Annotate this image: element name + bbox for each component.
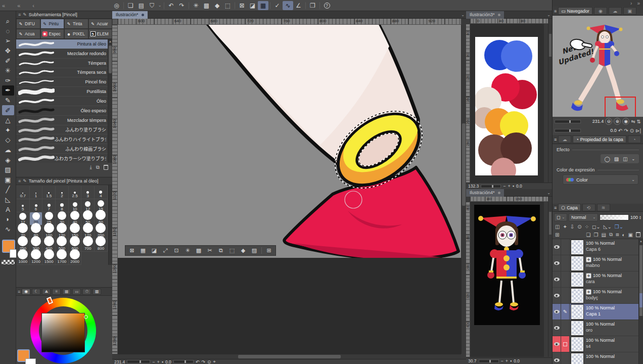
rotate-left-icon[interactable]: ↶ xyxy=(196,359,200,364)
brush-size-cell[interactable]: 1.5 xyxy=(42,186,56,199)
zoom-in-button[interactable]: + xyxy=(508,184,511,189)
collapse-chevron-icon[interactable]: ‹ xyxy=(32,3,34,9)
redo-icon[interactable]: ↷ xyxy=(176,1,187,10)
extract-line-icon[interactable]: ◫ xyxy=(623,156,627,162)
snap-grid-icon[interactable]: ∠ xyxy=(293,1,304,10)
merge-layer-icon[interactable]: ⧈ xyxy=(616,232,619,238)
tab-search[interactable]: ◔ xyxy=(628,135,641,143)
brush-size-cell[interactable]: 1200 xyxy=(30,252,43,265)
fit-to-screen-button[interactable]: ◉ xyxy=(622,118,629,125)
duplicate-subtool-icon[interactable]: ⧉ xyxy=(96,164,100,170)
subtool-tab-acuarela[interactable]: Acuar xyxy=(88,19,113,29)
navigator-zoom-slider[interactable] xyxy=(555,120,581,123)
figure-tool[interactable]: ◺ xyxy=(2,195,14,205)
crop-icon[interactable]: ⬚ xyxy=(226,246,238,255)
new-vector-layer-icon[interactable]: ❐ xyxy=(594,232,599,238)
airbrush-tool[interactable]: △ xyxy=(2,115,14,125)
zoom-out-button[interactable]: − xyxy=(152,359,155,364)
canvas-tab-ilustracion3[interactable]: Ilustración3* xyxy=(466,11,504,19)
sv-cursor[interactable] xyxy=(84,315,88,319)
brush-item[interactable]: ふんわりハイライトブラシ xyxy=(16,134,112,144)
layer-visibility-toggle[interactable] xyxy=(553,336,561,352)
layer-visibility-toggle[interactable] xyxy=(553,239,561,255)
navigator-rotation-slider[interactable] xyxy=(555,129,581,132)
scale-rotate-icon[interactable]: ⤢ xyxy=(160,246,171,255)
layer-edit-column[interactable]: ✎ xyxy=(561,239,570,255)
layer-thumbnail[interactable] xyxy=(571,289,583,303)
zoom-out-button[interactable]: − xyxy=(501,358,503,363)
new-tone-icon[interactable]: ▨ xyxy=(249,246,260,255)
brush-size-cell[interactable]: 1500 xyxy=(42,252,56,265)
color-slider-tab[interactable]: ☾ xyxy=(32,289,40,295)
mixing-palette-tab[interactable]: ⚏ xyxy=(72,289,81,295)
lock-transparency-icon[interactable]: ✦ xyxy=(563,224,567,230)
object-tool[interactable]: ➢ xyxy=(2,36,14,46)
layer-edit-column[interactable]: ✎ xyxy=(561,352,570,364)
canvas-vertical-scrollbar[interactable] xyxy=(461,25,466,354)
undo-icon[interactable]: ↶ xyxy=(166,1,176,10)
tab-item[interactable]: ▣ xyxy=(623,7,636,15)
brush-size-cell[interactable]: 2000 xyxy=(69,252,82,265)
anchor-icon[interactable]: ⇩ xyxy=(570,224,574,230)
layer-visibility-toggle[interactable] xyxy=(553,288,561,303)
palette-color-combo-icon[interactable]: ❒⌄ xyxy=(615,224,623,230)
eyedropper-tool[interactable]: ✑ xyxy=(2,76,14,86)
copy-paste-icon[interactable]: ⧉ xyxy=(215,246,226,255)
zoom-in-button[interactable]: + xyxy=(506,358,508,363)
selection-pen-tool[interactable]: ✐ xyxy=(2,56,14,66)
brush-item[interactable]: ふんわり線画ブラシ xyxy=(16,144,112,154)
layer-thumbnail[interactable] xyxy=(571,353,583,364)
expand-panel-icon[interactable]: » xyxy=(637,1,640,6)
brush-item[interactable]: Pintura al óleo xyxy=(16,39,112,49)
zoom-slider[interactable] xyxy=(481,185,501,188)
zoom-in-button[interactable]: ⊕ xyxy=(614,118,621,125)
brush-item[interactable]: Témpera seca xyxy=(16,68,112,78)
canvas-viewport[interactable]: ⊠▦◪⤢⊡✳▩✂⧉⬚◆▨⊞ xyxy=(118,25,461,354)
tab-capa[interactable]: ⬡ Capa xyxy=(558,204,580,211)
brush-item[interactable]: ふんわり塗りブラシ xyxy=(16,125,112,135)
zoom-in-button[interactable]: + xyxy=(157,359,160,364)
gradient-tool[interactable]: ▨ xyxy=(2,165,14,175)
separator[interactable] xyxy=(164,2,164,9)
blend-tool[interactable]: ☁ xyxy=(2,145,14,155)
deselect-icon[interactable]: ⊠ xyxy=(126,246,137,255)
color-history-tab[interactable]: ⏱ xyxy=(82,289,91,295)
tone-effect-icon[interactable]: ▨ xyxy=(614,156,619,162)
tab-propiedad-capa[interactable]: ◔ Propiedad de la capa xyxy=(573,135,626,143)
layer-row[interactable]: ✎ ❖100 % Normal Capa 6 xyxy=(553,239,643,255)
open-file-icon[interactable]: ▤ xyxy=(136,1,147,10)
fill-icon[interactable]: ◆ xyxy=(238,246,249,255)
saturation-value-square[interactable] xyxy=(41,313,85,352)
fit-button[interactable]: ▪ xyxy=(162,359,163,364)
text-tool[interactable]: A xyxy=(2,204,14,214)
fit-button[interactable]: ▪ xyxy=(510,358,512,363)
rotate-right-icon[interactable]: ↷ xyxy=(624,128,628,133)
new-layer-icon[interactable]: ❏ xyxy=(586,232,591,238)
full-screen-icon[interactable]: ⇅ xyxy=(637,119,641,124)
layer-thumbnail[interactable] xyxy=(571,256,583,270)
tab-subview[interactable]: ◉ xyxy=(594,7,607,15)
invert-selection-icon[interactable]: ◪ xyxy=(247,1,258,10)
subtool-tab-especial[interactable]: Espec xyxy=(40,29,65,39)
brush-tool[interactable]: ✐ xyxy=(2,105,14,115)
extra-color-tab[interactable]: ▩ xyxy=(93,289,101,295)
layer-mask-icon[interactable]: ◐ xyxy=(622,232,625,238)
invert-selection-icon[interactable]: ◪ xyxy=(149,246,160,255)
brush-item[interactable]: Témpera xyxy=(16,59,112,68)
transparent-color-chip[interactable] xyxy=(2,260,15,264)
filter-icon[interactable]: ✳ xyxy=(191,1,201,10)
color-wheel-tab[interactable]: ◉ xyxy=(22,289,30,295)
eraser-tool[interactable]: ◇ xyxy=(2,135,14,145)
brush-size-cell[interactable]: 4 xyxy=(95,186,108,199)
panel-menu-icon[interactable]: ≡ xyxy=(18,289,20,294)
pen-tool[interactable]: ✒ xyxy=(2,85,14,96)
separator[interactable] xyxy=(123,2,124,9)
brush-size-cell[interactable]: 800 xyxy=(95,239,108,252)
tab-close-icon[interactable] xyxy=(498,14,500,16)
brush-size-cell[interactable]: 7 xyxy=(42,199,56,212)
layer-thumbnail[interactable] xyxy=(571,272,583,287)
subtool-tab-difuminar[interactable]: DIFU xyxy=(16,19,40,29)
draft-combo-icon[interactable]: ◺⌄ xyxy=(604,224,612,230)
pencil-tool[interactable]: ✎ xyxy=(2,96,14,106)
brush-item[interactable]: Mezclador redondo xyxy=(16,49,112,59)
